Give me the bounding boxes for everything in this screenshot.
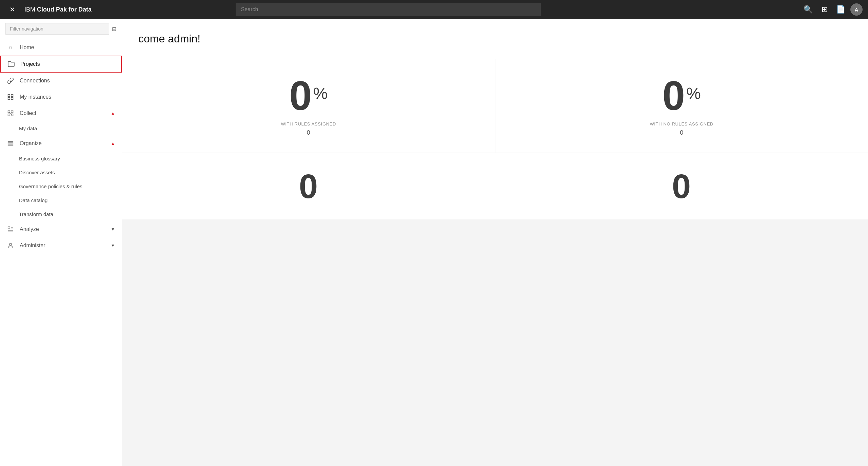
organize-chevron: ▲	[111, 141, 115, 146]
search-container	[236, 3, 541, 16]
sidebar-item-business-glossary[interactable]: Business glossary	[0, 152, 122, 166]
sidebar-item-data-catalog-label: Data catalog	[19, 197, 47, 203]
main-content: come admin! 0 % WITH RULES ASSIGNED 0 0 …	[122, 19, 868, 466]
svg-rect-10	[8, 143, 13, 144]
main-layout: ⊟ ⌂ Home Projects Connections	[0, 19, 868, 466]
sidebar-item-my-data-label: My data	[19, 125, 37, 131]
stat-with-rules-label: WITH RULES ASSIGNED	[281, 121, 336, 127]
grid-icon	[7, 94, 14, 100]
organize-icon	[7, 140, 14, 147]
sidebar-item-organize-label: Organize	[20, 140, 42, 147]
search-input[interactable]	[236, 3, 541, 16]
sidebar-item-administer-label: Administer	[20, 242, 45, 249]
avatar[interactable]: A	[850, 3, 863, 16]
svg-rect-1	[11, 95, 13, 97]
svg-rect-5	[11, 111, 13, 113]
stat-with-rules-number: 0 %	[289, 75, 328, 116]
stats-row-1: 0 % WITH RULES ASSIGNED 0 0 % WITH NO RU…	[122, 59, 868, 153]
sidebar-item-collect-label: Collect	[20, 110, 36, 116]
docs-icon: 📄	[836, 5, 845, 14]
stat-3-number: 0	[299, 169, 318, 203]
analyze-chevron: ▼	[111, 227, 115, 232]
sidebar-item-home-label: Home	[20, 44, 34, 51]
topnav-icons: 🔍 ⊞ 📄 A	[802, 3, 863, 16]
sidebar-item-my-instances-label: My instances	[20, 94, 51, 100]
sidebar-item-business-glossary-label: Business glossary	[19, 156, 60, 161]
stat-card-4: 0	[495, 153, 868, 219]
sidebar-item-projects-label: Projects	[20, 61, 40, 67]
administer-icon	[7, 242, 14, 249]
welcome-banner: come admin!	[122, 19, 868, 59]
top-navigation: ✕ IBM Cloud Pak for Data 🔍 ⊞ 📄 A	[0, 0, 868, 19]
stat-card-3: 0	[122, 153, 495, 219]
apps-button[interactable]: ⊞	[818, 3, 831, 16]
search-icon: 🔍	[804, 5, 813, 14]
sidebar-item-transform-data-label: Transform data	[19, 211, 53, 217]
svg-rect-12	[8, 227, 10, 229]
svg-rect-0	[8, 95, 10, 97]
sidebar-item-transform-data[interactable]: Transform data	[0, 207, 122, 221]
stats-row-2: 0 0	[122, 153, 868, 219]
sidebar-item-analyze-label: Analyze	[20, 226, 39, 232]
app-brand: IBM Cloud Pak for Data	[24, 6, 92, 13]
stat-no-rules-label: WITH NO RULES ASSIGNED	[650, 121, 713, 127]
sidebar-item-discover-assets-label: Discover assets	[19, 170, 55, 175]
stat-with-rules-count: 0	[307, 129, 310, 136]
stat-no-rules-percent: %	[686, 85, 701, 102]
sidebar-filter-container: ⊟	[0, 19, 122, 39]
link-icon	[7, 77, 14, 84]
sidebar-item-administer[interactable]: Administer ▼	[0, 237, 122, 254]
sidebar-item-governance-policies[interactable]: Governance policies & rules	[0, 179, 122, 193]
svg-rect-3	[11, 98, 13, 100]
stat-no-rules-count: 0	[680, 129, 683, 136]
sidebar-item-home[interactable]: ⌂ Home	[0, 39, 122, 56]
stat-4-number: 0	[672, 169, 691, 203]
sidebar: ⊟ ⌂ Home Projects Connections	[0, 19, 122, 466]
search-button[interactable]: 🔍	[802, 3, 815, 16]
sidebar-item-analyze[interactable]: Analyze ▼	[0, 221, 122, 237]
svg-rect-2	[8, 98, 10, 100]
sidebar-item-discover-assets[interactable]: Discover assets	[0, 166, 122, 179]
collect-icon	[7, 110, 14, 117]
stat-with-rules-percent: %	[313, 85, 328, 102]
sidebar-item-governance-policies-label: Governance policies & rules	[19, 183, 82, 189]
home-icon: ⌂	[7, 44, 14, 51]
sidebar-item-collect[interactable]: Collect ▲	[0, 105, 122, 121]
close-button[interactable]: ✕	[5, 3, 19, 16]
sidebar-item-data-catalog[interactable]: Data catalog	[0, 193, 122, 207]
sidebar-item-my-data[interactable]: My data	[0, 121, 122, 135]
apps-icon: ⊞	[822, 5, 828, 14]
sidebar-item-connections-label: Connections	[20, 78, 50, 84]
collect-chevron: ▲	[111, 111, 115, 116]
welcome-text: come admin!	[138, 33, 200, 45]
administer-chevron: ▼	[111, 243, 115, 248]
folder-icon	[7, 61, 15, 67]
close-icon: ✕	[9, 5, 15, 14]
docs-button[interactable]: 📄	[834, 3, 848, 16]
sidebar-item-connections[interactable]: Connections	[0, 73, 122, 89]
svg-rect-6	[8, 114, 10, 116]
filter-input[interactable]	[5, 23, 109, 35]
collapse-icon[interactable]: ⊟	[112, 26, 116, 32]
svg-line-8	[9, 112, 12, 115]
analyze-icon	[7, 226, 14, 233]
stat-no-rules-number: 0 %	[663, 75, 701, 116]
svg-point-17	[9, 243, 12, 246]
sidebar-item-my-instances[interactable]: My instances	[0, 89, 122, 105]
svg-rect-11	[8, 145, 13, 146]
svg-rect-9	[8, 141, 13, 142]
sidebar-item-projects[interactable]: Projects	[0, 56, 122, 73]
sidebar-item-organize[interactable]: Organize ▲	[0, 135, 122, 152]
stat-card-no-rules: 0 % WITH NO RULES ASSIGNED 0	[495, 59, 868, 153]
stat-card-with-rules: 0 % WITH RULES ASSIGNED 0	[122, 59, 495, 153]
